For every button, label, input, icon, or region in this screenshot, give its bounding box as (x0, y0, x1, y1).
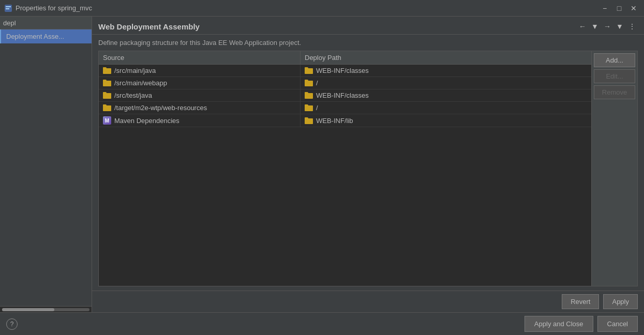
source-text: /src/main/webapp (114, 79, 167, 87)
deploy-cell: WEB-INF/classes (301, 65, 591, 77)
source-text: /target/m2e-wtp/web-resources (114, 104, 207, 112)
deploy-text: WEB-INF/classes (316, 92, 369, 99)
sidebar-item-deployment[interactable]: Deployment Asse... (0, 29, 92, 43)
folder-icon (305, 117, 313, 124)
source-cell: /src/main/java (99, 65, 301, 77)
folder-icon (103, 104, 111, 111)
source-text: Maven Dependencies (114, 117, 179, 125)
right-panel: Web Deployment Assembly ← ▼ → ▼ ⋮ Define… (92, 17, 644, 312)
panel-title: Web Deployment Assembly (98, 22, 200, 31)
source-cell: /target/m2e-wtp/web-resources (99, 102, 301, 114)
deploy-text: WEB-INF/lib (316, 117, 353, 125)
main-layout: ✕ Deployment Asse... Web Deployment Asse… (0, 17, 644, 335)
cancel-button[interactable]: Cancel (597, 316, 638, 332)
deploy-text: WEB-INF/classes (316, 67, 369, 74)
panel-header: Web Deployment Assembly ← ▼ → ▼ ⋮ (92, 17, 644, 35)
forward-button[interactable]: → (602, 21, 613, 32)
maximize-button[interactable]: □ (613, 3, 625, 13)
deploy-text: / (316, 79, 318, 87)
folder-icon (103, 67, 111, 74)
scrollbar-thumb (2, 308, 54, 311)
table-header: Source Deploy Path (99, 51, 591, 65)
description: Define packaging structure for this Java… (92, 35, 644, 51)
window-title: Properties for spring_mvc (16, 4, 598, 12)
source-cell: /src/test/java (99, 89, 301, 101)
table-row[interactable]: /src/main/webapp/ (99, 77, 591, 89)
table-row[interactable]: MMaven DependenciesWEB-INF/lib (99, 114, 591, 127)
revert-button[interactable]: Revert (562, 294, 599, 309)
remove-button[interactable]: Remove (594, 85, 635, 99)
deploy-cell: / (301, 77, 591, 89)
folder-icon (305, 104, 313, 111)
table-row[interactable]: /target/m2e-wtp/web-resources/ (99, 102, 591, 114)
deploy-text: / (316, 104, 318, 112)
apply-button[interactable]: Apply (603, 294, 638, 309)
sidebar-scrollbar[interactable] (0, 306, 92, 312)
app-icon (4, 4, 12, 12)
add-button[interactable]: Add... (594, 53, 635, 67)
help-button[interactable]: ? (6, 318, 18, 330)
more-button[interactable]: ⋮ (626, 21, 638, 32)
sidebar-search[interactable]: ✕ (0, 17, 92, 29)
source-cell: MMaven Dependencies (99, 114, 301, 127)
bottom-bar: Revert Apply (92, 291, 644, 312)
apply-and-close-button[interactable]: Apply and Close (525, 316, 593, 332)
folder-icon (305, 92, 313, 99)
forward-dropdown-button[interactable]: ▼ (614, 21, 625, 32)
deploy-cell: WEB-INF/lib (301, 114, 591, 127)
table-row[interactable]: /src/test/javaWEB-INF/classes (99, 89, 591, 102)
minimize-button[interactable]: − (598, 3, 611, 13)
scrollbar-track (2, 308, 89, 311)
body-area: ✕ Deployment Asse... Web Deployment Asse… (0, 17, 644, 312)
table-row[interactable]: /src/main/javaWEB-INF/classes (99, 65, 591, 77)
footer-buttons: Apply and Close Cancel (525, 316, 638, 332)
folder-icon (305, 67, 313, 74)
edit-button[interactable]: Edit... (594, 69, 635, 83)
close-button[interactable]: ✕ (627, 3, 640, 13)
back-button[interactable]: ← (577, 21, 588, 32)
table-body: /src/main/javaWEB-INF/classes/src/main/w… (99, 65, 591, 286)
table-main: Source Deploy Path /src/main/javaWEB-INF… (99, 51, 591, 286)
side-buttons: Add... Edit... Remove (591, 51, 637, 286)
svg-rect-2 (6, 8, 9, 9)
title-bar: Properties for spring_mvc − □ ✕ (0, 0, 644, 17)
deploy-cell: WEB-INF/classes (301, 89, 591, 101)
sidebar: ✕ Deployment Asse... (0, 17, 92, 312)
panel-toolbar: ← ▼ → ▼ ⋮ (577, 21, 638, 32)
source-cell: /src/main/webapp (99, 77, 301, 89)
table-container: Source Deploy Path /src/main/javaWEB-INF… (98, 51, 638, 286)
deploy-column-header: Deploy Path (301, 51, 591, 64)
deploy-cell: / (301, 102, 591, 114)
footer: ? Apply and Close Cancel (0, 312, 644, 335)
folder-icon (103, 92, 111, 99)
source-text: /src/test/java (114, 92, 152, 99)
folder-icon (103, 80, 111, 86)
search-input[interactable] (3, 19, 90, 27)
window-controls: − □ ✕ (598, 3, 640, 13)
svg-rect-1 (6, 6, 11, 7)
source-text: /src/main/java (114, 67, 156, 74)
folder-icon (305, 80, 313, 86)
dropdown-button[interactable]: ▼ (589, 21, 601, 32)
maven-icon: M (103, 116, 111, 125)
source-column-header: Source (99, 51, 301, 64)
sidebar-scroll: Deployment Asse... (0, 29, 92, 306)
